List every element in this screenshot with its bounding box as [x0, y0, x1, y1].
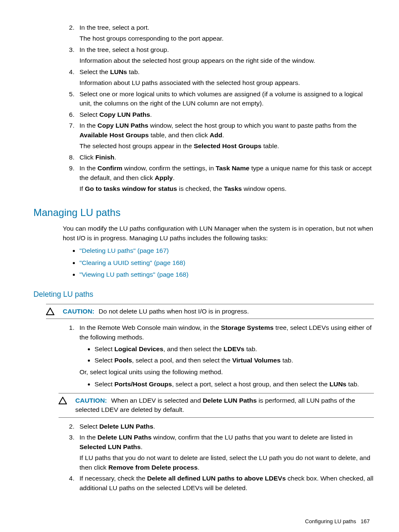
step-9: 9. In the Confirm window, confirm the se…	[63, 164, 374, 193]
link-deleting[interactable]: "Deleting LU paths" (page 167)	[79, 247, 169, 254]
caution-box: CAUTION:When an LDEV is selected and Del…	[59, 393, 374, 418]
step-text: Select Delete LUN Paths.	[79, 423, 155, 430]
step-4: 4. If necessary, check the Delete all de…	[63, 474, 374, 493]
delete-steps: 1. In the Remote Web Console main window…	[63, 323, 374, 389]
delete-steps-cont: 2. Select Delete LUN Paths. 3. In the De…	[63, 422, 374, 493]
caution-label: CAUTION:	[75, 397, 107, 404]
step-7: 7. In the Copy LUN Paths window, select …	[63, 121, 374, 151]
list-item: Select Pools, select a pool, and then se…	[95, 356, 374, 365]
step-number: 2.	[63, 422, 74, 431]
list-item: "Deleting LU paths" (page 167)	[79, 246, 374, 255]
step-text: Click Finish.	[79, 154, 116, 161]
page-number: 167	[361, 518, 370, 524]
list-item: Select Ports/Host Groups, select a port,…	[95, 380, 374, 389]
step-number: 2.	[63, 23, 74, 32]
step-number: 5.	[63, 90, 74, 99]
caution-text: Do not delete LU paths when host I/O is …	[99, 308, 249, 315]
step-8: 8. Click Finish.	[63, 153, 374, 162]
step-text: In the Copy LUN Paths window, select the…	[79, 122, 357, 138]
step-number: 8.	[63, 153, 74, 162]
step-number: 4.	[63, 67, 74, 77]
step-text: In the Remote Web Console main window, i…	[79, 324, 371, 340]
step-sub: Information about LU paths associated wi…	[79, 78, 374, 87]
step-text: Select the LUNs tab.	[79, 68, 140, 75]
step-2: 2. Select Delete LUN Paths.	[63, 422, 374, 431]
section-links: "Deleting LU paths" (page 167) "Clearing…	[33, 246, 374, 279]
caution-icon	[59, 396, 74, 404]
section-intro: You can modify the LU paths configuratio…	[63, 224, 374, 243]
step-1: 1. In the Remote Web Console main window…	[63, 323, 374, 389]
step-number: 3.	[63, 45, 74, 54]
step-6: 6. Select Copy LUN Paths.	[63, 110, 374, 119]
step-sub: Information about the selected host grou…	[79, 56, 374, 65]
caution-box: CAUTION:Do not delete LU paths when host…	[46, 304, 374, 319]
step-text: In the tree, select a host group.	[79, 46, 169, 53]
step-number: 3.	[63, 433, 74, 442]
svg-marker-0	[46, 308, 54, 315]
step-text: If necessary, check the Delete all defin…	[79, 475, 373, 491]
footer-text: Configuring LU paths	[305, 518, 356, 524]
step-mid: Or, select logical units using the follo…	[79, 368, 374, 377]
list-item: "Clearing a UUID setting" (page 168)	[79, 258, 374, 267]
top-steps: 2. In the tree, select a port. The host …	[63, 23, 374, 194]
inner-list: Select Logical Devices, and then select …	[79, 344, 374, 365]
step-number: 7.	[63, 121, 74, 130]
step-number: 9.	[63, 164, 74, 173]
caution-label: CAUTION:	[63, 308, 95, 315]
caution-body: CAUTION:Do not delete LU paths when host…	[61, 307, 374, 316]
step-5: 5. Select one or more logical units to w…	[63, 90, 374, 108]
step-text: In the tree, select a port.	[79, 24, 149, 31]
step-text: Select one or more logical units to whic…	[79, 90, 363, 107]
section-heading: Managing LU paths	[33, 206, 374, 220]
link-viewing[interactable]: "Viewing LU path settings" (page 168)	[79, 271, 189, 278]
inner-list: Select Ports/Host Groups, select a port,…	[79, 380, 374, 389]
step-sub: The selected host groups appear in the S…	[79, 141, 374, 151]
step-2: 2. In the tree, select a port. The host …	[63, 23, 374, 44]
step-3: 3. In the tree, select a host group. Inf…	[63, 45, 374, 66]
caution-icon	[46, 307, 61, 315]
step-text: In the Confirm window, confirm the setti…	[79, 164, 371, 181]
step-text: Select Copy LUN Paths.	[79, 111, 152, 118]
svg-marker-1	[59, 397, 66, 404]
step-number: 6.	[63, 110, 74, 119]
step-3: 3. In the Delete LUN Paths window, confi…	[63, 433, 374, 472]
subsection-heading: Deleting LU paths	[33, 289, 374, 300]
step-4: 4. Select the LUNs tab. Information abou…	[63, 67, 374, 88]
step-number: 4.	[63, 474, 74, 483]
caution-body: CAUTION:When an LDEV is selected and Del…	[74, 396, 374, 415]
step-sub: The host groups corresponding to the por…	[79, 34, 374, 43]
step-text: In the Delete LUN Paths window, confirm …	[79, 434, 353, 450]
step-sub: If LU paths that you do not want to dele…	[79, 453, 374, 472]
step-sub: If Go to tasks window for status is chec…	[79, 184, 374, 193]
list-item: Select Logical Devices, and then select …	[95, 344, 374, 354]
page-footer: Configuring LU paths 167	[33, 518, 374, 526]
step-number: 1.	[63, 323, 74, 332]
list-item: "Viewing LU path settings" (page 168)	[79, 270, 374, 279]
link-clearing[interactable]: "Clearing a UUID setting" (page 168)	[79, 259, 185, 266]
